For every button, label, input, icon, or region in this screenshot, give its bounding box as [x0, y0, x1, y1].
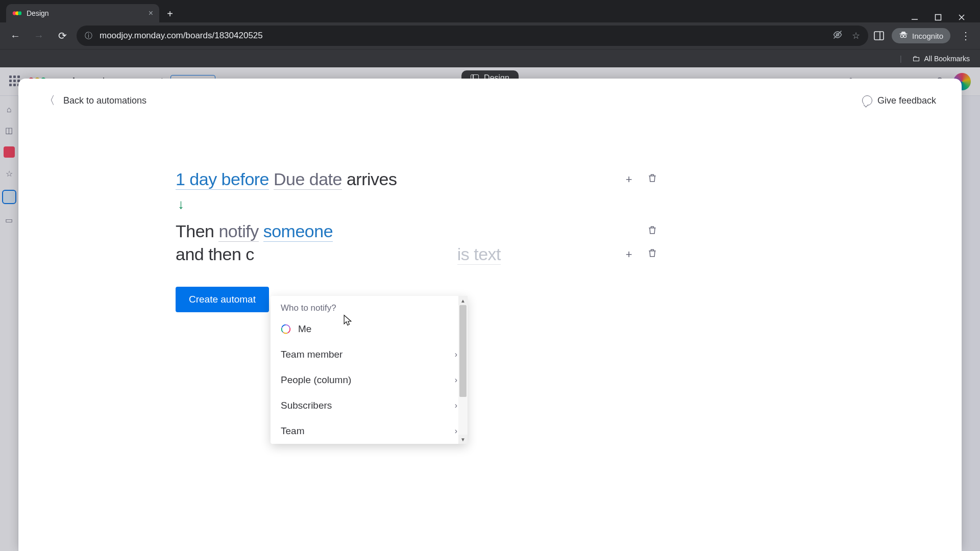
window-close-icon[interactable] [957, 12, 967, 22]
delete-second-action-button[interactable] [647, 247, 657, 262]
browser-tab-strip: Design × + [0, 0, 980, 22]
svg-point-12 [903, 35, 906, 37]
popover-option-subscribers[interactable]: Subscribers› [271, 393, 468, 418]
chevron-left-icon: 〈 [44, 93, 55, 108]
action-notify-row: Then notify someone [176, 221, 662, 241]
scroll-down-button[interactable]: ▼ [458, 435, 468, 444]
incognito-badge[interactable]: Incognito [892, 28, 950, 43]
nav-back-button[interactable]: ← [6, 27, 24, 45]
window-minimize-icon[interactable] [910, 12, 920, 22]
popover-title: Who to notify? [271, 296, 468, 316]
flow-arrow-icon: ↓ [178, 196, 662, 212]
folder-icon: 🗀 [912, 54, 920, 63]
incognito-icon [899, 31, 908, 40]
notify-token[interactable]: notify [218, 221, 258, 242]
someone-token[interactable]: someone [263, 221, 333, 242]
trigger-suffix: arrives [347, 169, 397, 189]
svg-rect-4 [936, 15, 941, 20]
nav-forward-button[interactable]: → [30, 27, 48, 45]
tab-favicon-icon [12, 9, 21, 18]
time-offset-token[interactable]: 1 day before [176, 169, 269, 190]
me-avatar-icon [281, 324, 291, 334]
add-condition-button[interactable]: + [626, 173, 632, 186]
and-then-prefix: and then c [176, 244, 254, 264]
feedback-label: Give feedback [877, 95, 936, 106]
who-to-notify-popover: ▲ ▼ Who to notify? MeTeam member›People … [271, 296, 468, 444]
popover-option-team[interactable]: Team› [271, 418, 468, 444]
action-second-row: and then c is text + [176, 244, 662, 264]
browser-menu-icon[interactable]: ⋮ [958, 30, 974, 42]
window-controls [910, 12, 974, 22]
then-prefix: Then [176, 221, 218, 241]
tab-title: Design [27, 9, 49, 17]
chevron-right-icon: › [455, 427, 457, 436]
popover-scrollbar-thumb[interactable] [459, 305, 467, 397]
delete-notify-button[interactable] [647, 224, 657, 239]
window-maximize-icon[interactable] [933, 12, 943, 22]
back-label: Back to automations [63, 95, 146, 106]
automation-builder: 1 day before Due date arrives + ↓ Then [18, 108, 662, 312]
tab-close-icon[interactable]: × [149, 9, 153, 18]
incognito-label: Incognito [912, 32, 943, 40]
bookmark-star-icon[interactable]: ☆ [852, 30, 860, 41]
automation-modal: 〈 Back to automations Give feedback 1 da… [18, 79, 962, 551]
svg-rect-9 [874, 32, 884, 40]
modal-header: 〈 Back to automations Give feedback [18, 79, 962, 108]
delete-trigger-button[interactable] [647, 172, 657, 187]
svg-point-11 [900, 35, 903, 37]
date-column-token[interactable]: Due date [274, 169, 342, 190]
url-text: moodjoy.monday.com/boards/1830420525 [100, 31, 263, 41]
trigger-row: 1 day before Due date arrives + [176, 169, 662, 189]
side-panel-icon[interactable] [873, 30, 885, 41]
popover-option-people-column-[interactable]: People (column)› [271, 367, 468, 393]
new-tab-button[interactable]: + [162, 6, 178, 21]
feedback-icon [862, 95, 872, 106]
chevron-right-icon: › [455, 401, 457, 410]
chevron-right-icon: › [455, 375, 457, 385]
chevron-right-icon: › [455, 350, 457, 359]
divider: | [900, 55, 902, 63]
browser-tab[interactable]: Design × [6, 4, 159, 22]
bookmarks-bar: | 🗀 All Bookmarks [0, 49, 980, 67]
eye-off-icon[interactable] [832, 30, 843, 42]
nav-reload-button[interactable]: ⟳ [53, 27, 71, 45]
url-field[interactable]: ⓘ moodjoy.monday.com/boards/1830420525 ☆ [77, 26, 868, 46]
popover-option-label: Me [298, 323, 311, 335]
create-automation-button[interactable]: Create automat [176, 287, 269, 312]
placeholder-token[interactable]: is text [457, 244, 501, 265]
create-automation-label: Create automat [189, 294, 256, 305]
scroll-up-button[interactable]: ▲ [458, 296, 468, 305]
popover-option-me[interactable]: Me [271, 316, 468, 342]
popover-option-label: Team [281, 425, 304, 437]
add-action-button[interactable]: + [626, 248, 632, 261]
site-info-icon[interactable]: ⓘ [85, 31, 92, 41]
back-to-automations-link[interactable]: 〈 Back to automations [44, 93, 146, 108]
page-viewport: monday work management See plans ⬡ ◻ ⊕ ⌗… [0, 67, 980, 551]
all-bookmarks-link[interactable]: All Bookmarks [924, 55, 970, 63]
popover-option-label: People (column) [281, 374, 351, 386]
give-feedback-link[interactable]: Give feedback [862, 95, 936, 106]
popover-option-team-member[interactable]: Team member› [271, 342, 468, 367]
popover-option-label: Subscribers [281, 400, 332, 411]
popover-option-label: Team member [281, 349, 342, 360]
browser-toolbar: ← → ⟳ ⓘ moodjoy.monday.com/boards/183042… [0, 22, 980, 49]
